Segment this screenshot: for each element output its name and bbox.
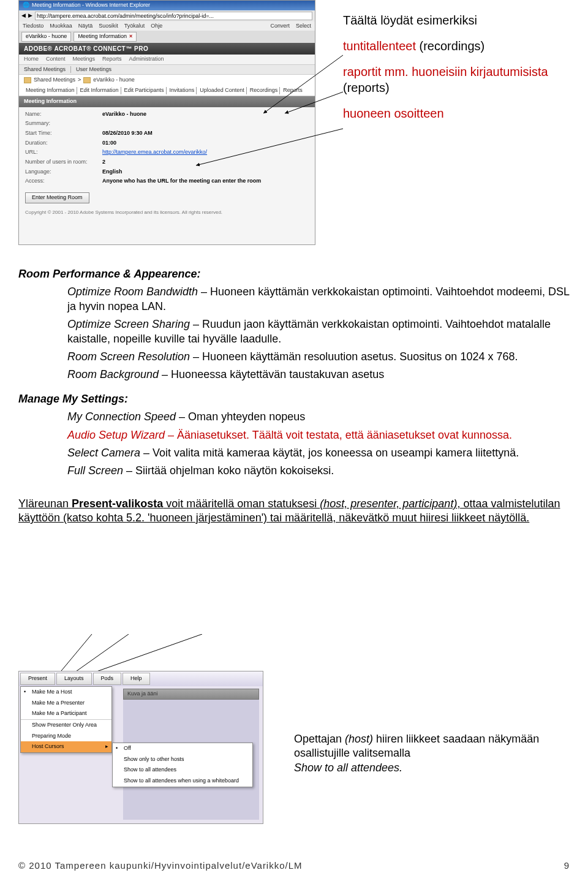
acrobat-nav: Home Content Meetings Reports Administra…	[19, 55, 315, 65]
value-start: 08/26/2010 9:30 AM	[102, 130, 309, 137]
acrobat-brand: ADOBE® ACROBAT® CONNECT™ PRO	[19, 43, 315, 55]
subnav-shared[interactable]: Shared Meetings	[24, 66, 66, 74]
tab-edit-info[interactable]: Edit Information	[78, 87, 121, 94]
close-icon[interactable]: ×	[129, 33, 132, 40]
meeting-tabs: Meeting Information Edit Information Edi…	[19, 86, 315, 96]
submenu-all-attendees[interactable]: Show to all attendees	[113, 765, 252, 776]
section-title: Room Performance & Appearence:	[18, 267, 570, 281]
menu-item-host-cursors[interactable]: Host Cursors	[21, 741, 111, 752]
pods-menu-button[interactable]: Pods	[93, 673, 122, 685]
annotation-line: raportit mm. huoneisiin kirjautumisista …	[343, 64, 576, 96]
label-lang: Language:	[25, 168, 99, 176]
pod-title: Kuva ja ääni	[123, 689, 259, 700]
menu-item-preparing[interactable]: Preparing Mode	[21, 731, 111, 742]
ie-window: 🌐 Meeting Information - Windows Internet…	[18, 0, 315, 245]
enter-meeting-button[interactable]: Enter Meeting Room	[25, 192, 89, 203]
menu-tools[interactable]: Työkalut	[124, 23, 145, 30]
paragraph: Room Background – Huoneessa käytettävän …	[67, 368, 570, 382]
browser-tab[interactable]: Meeting Information×	[74, 32, 137, 42]
label-summary: Summary:	[25, 120, 99, 127]
page-number: 9	[564, 860, 570, 872]
back-icon[interactable]: ◀	[21, 12, 26, 20]
paragraph: Select Camera – Voit valita mitä kameraa…	[67, 446, 570, 460]
submenu-off[interactable]: Off	[113, 743, 252, 754]
folder-icon	[83, 77, 91, 83]
submenu-whiteboard[interactable]: Show to all attendees when using a white…	[113, 776, 252, 787]
acrobat-subnav: Shared Meetings User Meetings	[19, 65, 315, 75]
value-access: Anyone who has the URL for the meeting c…	[102, 178, 309, 185]
annotation-text: Show to all attendees.	[294, 761, 588, 775]
breadcrumb: Shared Meetings > eVarikko - huone	[19, 75, 315, 86]
nav-admin[interactable]: Administration	[129, 56, 164, 63]
paragraph: My Connection Speed – Oman yhteyden nope…	[67, 410, 570, 424]
paragraph: Audio Setup Wizard – Ääniasetukset. Tääl…	[67, 428, 570, 442]
present-menu-button[interactable]: Present	[20, 673, 55, 685]
value-lang: English	[102, 168, 309, 176]
select-btn[interactable]: Select	[296, 23, 311, 30]
lower-section: Present Layouts Pods Help Kuva ja ääni M…	[18, 671, 570, 824]
value-name: eVarikko - huone	[102, 111, 309, 118]
annotation-text: Opettajan (host) hiiren liikkeet saadaan…	[294, 732, 588, 761]
paragraph: Optimize Screen Sharing – Ruudun jaon kä…	[67, 317, 570, 346]
menu-view[interactable]: Näytä	[78, 23, 93, 30]
present-menubar: Present Layouts Pods Help	[19, 671, 263, 686]
url-input[interactable]	[35, 12, 312, 20]
crumb-link[interactable]: Shared Meetings	[34, 77, 75, 84]
present-menu-screenshot: Present Layouts Pods Help Kuva ja ääni M…	[18, 671, 263, 824]
host-cursors-submenu: Off Show only to other hosts Show to all…	[112, 743, 253, 787]
value-duration: 01:00	[102, 140, 309, 147]
label-name: Name:	[25, 111, 99, 118]
tab-edit-participants[interactable]: Edit Participants	[123, 87, 167, 94]
annotation-line: tuntitallenteet (recordings)	[343, 38, 576, 54]
label-url: URL:	[25, 149, 99, 156]
browser-tabs: eVarikko - huone Meeting Information×	[19, 31, 315, 43]
tab-meeting-info[interactable]: Meeting Information	[24, 87, 77, 94]
value-url[interactable]: http://tampere.emea.acrobat.com/evarikko…	[102, 149, 309, 156]
section-title: Manage My Settings:	[18, 392, 570, 406]
forward-icon[interactable]: ▶	[28, 12, 32, 20]
present-dropdown: Make Me a Host Make Me a Presenter Make …	[20, 686, 112, 753]
menu-item-presenter[interactable]: Make Me a Presenter	[21, 698, 111, 709]
nav-home[interactable]: Home	[24, 56, 39, 63]
document-body: Room Performance & Appearence: Optimize …	[18, 257, 570, 529]
page-footer: © 2010 Tampereen kaupunki/Hyvinvointipal…	[18, 860, 570, 872]
menu-item-host[interactable]: Make Me a Host	[21, 687, 111, 698]
help-menu-button[interactable]: Help	[123, 673, 150, 685]
footer-left: © 2010 Tampereen kaupunki/Hyvinvointipal…	[18, 860, 303, 872]
window-titlebar: 🌐 Meeting Information - Windows Internet…	[19, 1, 315, 10]
tab-uploaded[interactable]: Uploaded Content	[198, 87, 247, 94]
menu-help[interactable]: Ohje	[151, 23, 162, 30]
nav-meetings[interactable]: Meetings	[73, 56, 96, 63]
menu-item-participant[interactable]: Make Me a Participant	[21, 708, 111, 719]
tab-invitations[interactable]: Invitations	[168, 87, 197, 94]
window-title: Meeting Information - Windows Internet E…	[32, 2, 150, 9]
ie-menu-bar: Tiedosto Muokkaa Näytä Suosikit Työkalut…	[19, 21, 315, 31]
meeting-info-grid: Name: eVarikko - huone Summary: Start Ti…	[19, 107, 315, 189]
menu-item-presenter-area[interactable]: Show Presenter Only Area	[21, 719, 111, 731]
menu-fav[interactable]: Suosikit	[99, 23, 118, 30]
label-start: Start Time:	[25, 130, 99, 137]
copyright-text: Copyright © 2001 - 2010 Adobe Systems In…	[19, 207, 315, 218]
nav-content[interactable]: Content	[46, 56, 66, 63]
menu-file[interactable]: Tiedosto	[23, 23, 43, 30]
tab-reports[interactable]: Reports	[281, 87, 304, 94]
value-summary	[102, 120, 309, 127]
folder-icon	[24, 77, 31, 83]
submenu-other-hosts[interactable]: Show only to other hosts	[113, 754, 252, 765]
label-access: Access:	[25, 178, 99, 185]
value-numusers: 2	[102, 159, 309, 166]
nav-reports[interactable]: Reports	[102, 56, 122, 63]
paragraph: Room Screen Resolution – Huoneen käyttäm…	[67, 350, 570, 364]
paragraph: Yläreunan Present-valikosta voit määrite…	[18, 497, 570, 526]
paragraph: Optimize Room Bandwidth – Huoneen käyttä…	[67, 285, 570, 314]
convert-btn[interactable]: Convert	[270, 23, 290, 30]
annotation-line: huoneen osoitteen	[343, 105, 576, 121]
menu-edit[interactable]: Muokkaa	[50, 23, 72, 30]
address-bar: ◀ ▶	[19, 10, 315, 21]
annotation-text: Täältä löydät esimerkiksi tuntitallentee…	[343, 12, 576, 131]
layouts-menu-button[interactable]: Layouts	[56, 673, 92, 685]
ie-icon: 🌐	[23, 2, 29, 9]
tab-recordings[interactable]: Recordings	[248, 87, 281, 94]
subnav-user[interactable]: User Meetings	[70, 66, 111, 74]
browser-tab[interactable]: eVarikko - huone	[21, 32, 71, 42]
